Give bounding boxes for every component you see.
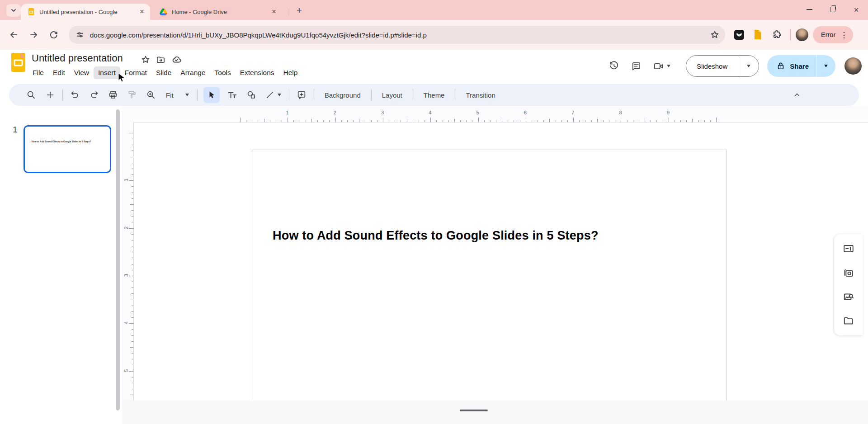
ruler-label-h: 8 (619, 110, 622, 115)
chevron-up-icon (793, 90, 802, 99)
background-button[interactable]: Background (317, 91, 368, 99)
line-tool-button[interactable] (261, 86, 286, 104)
ruler-label-v: 2 (123, 226, 129, 229)
templates-panel-button[interactable] (840, 240, 858, 258)
menu-edit[interactable]: Edit (48, 66, 70, 79)
redo-icon (89, 90, 99, 100)
menu-arrange[interactable]: Arrange (176, 66, 210, 79)
menu-help[interactable]: Help (279, 66, 302, 79)
move-folder-icon[interactable] (156, 55, 165, 65)
notes-drag-handle[interactable] (460, 410, 488, 411)
tab-close-icon[interactable]: × (269, 7, 278, 16)
ruler-label-v: 1 (123, 179, 129, 181)
print-button[interactable] (104, 86, 123, 104)
share-dropdown[interactable] (816, 55, 835, 77)
zoom-fit-select[interactable]: Fit (160, 91, 194, 99)
window-close-button[interactable]: × (844, 0, 868, 19)
slideshow-label[interactable]: Slideshow (686, 56, 738, 76)
folder-icon (843, 315, 854, 327)
browser-profile-avatar[interactable] (796, 28, 808, 41)
new-slide-button[interactable] (41, 86, 60, 104)
ruler-label-h: 4 (429, 110, 431, 115)
site-settings-icon (75, 30, 85, 39)
menu-view[interactable]: View (70, 66, 94, 79)
version-history-button[interactable] (603, 56, 625, 76)
text-box-tool-button[interactable] (223, 86, 242, 104)
extension-doc-button[interactable] (753, 29, 762, 40)
account-avatar[interactable] (844, 57, 862, 75)
document-title[interactable]: Untitled presentation (32, 52, 123, 64)
line-icon (265, 90, 274, 99)
image-search-panel-button[interactable] (840, 288, 858, 306)
star-icon[interactable] (141, 55, 150, 64)
tab-google-drive[interactable]: Home - Google Drive × (153, 4, 282, 20)
extensions-puzzle-button[interactable] (772, 30, 782, 39)
comments-button[interactable] (625, 56, 648, 76)
forward-button[interactable] (26, 27, 42, 43)
slides-app-header: Untitled presentation File Edit View Ins… (0, 50, 868, 84)
toolbar-divider (790, 29, 791, 41)
window-minimize-button[interactable] (797, 0, 821, 19)
meet-camera-button[interactable] (648, 56, 676, 76)
google-slides-logo[interactable] (11, 53, 25, 72)
filmstrip-scrollbar[interactable] (116, 109, 120, 410)
hide-menus-button[interactable] (788, 86, 807, 104)
horizontal-ruler: 123456789 (122, 110, 868, 122)
bookmark-star-icon[interactable] (710, 30, 719, 39)
slideshow-button[interactable]: Slideshow (686, 55, 759, 77)
lock-icon (776, 61, 785, 71)
slide-page[interactable]: How to Add Sound Effects to Google Slide… (252, 150, 727, 417)
share-button[interactable]: Share (767, 55, 835, 77)
tab-search-button[interactable] (6, 4, 21, 17)
transition-button[interactable]: Transition (458, 91, 503, 99)
drive-folder-panel-button[interactable] (840, 312, 858, 330)
redo-button[interactable] (85, 86, 104, 104)
tab-untitled-presentation[interactable]: Untitled presentation - Google × (21, 4, 150, 20)
menu-slide[interactable]: Slide (151, 66, 176, 79)
close-icon: × (854, 5, 859, 14)
ruler-label-h: 6 (524, 110, 527, 115)
extension-dark-button[interactable] (734, 30, 744, 40)
browser-menu-kebab-icon[interactable]: ⋮ (840, 30, 848, 40)
shape-tool-button[interactable] (242, 86, 261, 104)
paint-format-button[interactable] (123, 86, 142, 104)
browser-address-bar-row: docs.google.com/presentation/d/1Hrli_bUX… (0, 20, 868, 50)
cloud-saved-icon[interactable] (171, 55, 181, 65)
puzzle-icon (772, 30, 782, 39)
menu-insert[interactable]: Insert (94, 66, 120, 79)
tab-divider (289, 8, 289, 15)
zoom-in-icon (146, 90, 156, 100)
window-controls: × (797, 0, 868, 19)
insert-comment-button[interactable] (292, 86, 311, 104)
new-tab-button[interactable]: + (293, 4, 306, 17)
back-button[interactable] (5, 27, 22, 43)
caret-down-icon (185, 94, 189, 96)
reload-button[interactable] (45, 27, 61, 43)
search-menus-button[interactable] (22, 86, 41, 104)
slideshow-dropdown[interactable] (738, 56, 759, 76)
browser-error-button[interactable]: Error ⋮ (813, 26, 853, 43)
slide-title-text[interactable]: How to Add Sound Effects to Google Slide… (273, 229, 599, 243)
canvas-work-area[interactable]: How to Add Sound Effects to Google Slide… (134, 122, 868, 400)
share-label: Share (790, 62, 809, 70)
forward-icon (29, 30, 38, 39)
layout-button[interactable]: Layout (374, 91, 410, 99)
window-restore-button[interactable] (821, 0, 844, 19)
select-tool-button-active[interactable] (203, 87, 220, 103)
mouse-cursor (118, 73, 126, 83)
theme-button[interactable]: Theme (416, 91, 453, 99)
tab-close-icon[interactable]: × (137, 7, 146, 16)
menu-tools[interactable]: Tools (210, 66, 236, 79)
toolbar-divider (197, 89, 198, 101)
slide-thumbnail-1[interactable]: How to Add Sound Effects to Google Slide… (24, 125, 111, 173)
toolbar-divider (314, 89, 314, 101)
zoom-button[interactable] (142, 86, 160, 104)
photos-panel-button[interactable] (840, 264, 858, 282)
menu-extensions[interactable]: Extensions (236, 66, 279, 79)
undo-button[interactable] (66, 86, 85, 104)
address-bar[interactable]: docs.google.com/presentation/d/1Hrli_bUX… (69, 26, 725, 44)
url-text[interactable]: docs.google.com/presentation/d/1Hrli_bUX… (90, 31, 427, 39)
reload-icon (49, 30, 58, 40)
menu-file[interactable]: File (28, 66, 48, 79)
chevron-down-icon (10, 7, 17, 14)
